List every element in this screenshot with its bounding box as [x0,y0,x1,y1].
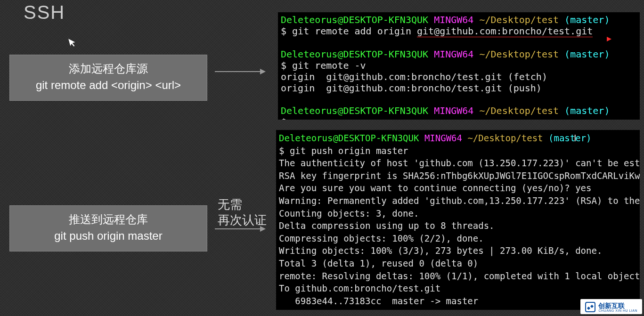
term-line: 6983e44..73183cc master -> master [279,296,478,306]
term-underlined-url: git@github.com:broncho/test.git [417,25,593,37]
term-path: ~/Desktop/test [467,133,543,143]
watermark-en: CHUANG XIN HU LIAN [598,309,637,312]
term-path: ~/Desktop/test [479,49,559,60]
term-line: Total 3 (delta 1), reused 0 (delta 0) [279,258,478,268]
term-path: ~/Desktop/test [479,14,559,25]
term-branch: (master) [564,105,610,116]
term-line: Writing objects: 100% (3/3), 273 bytes |… [279,245,602,256]
terminal-top: Deleteorus@DESKTOP-KFN3QUK MINGW64 ~/Des… [278,12,640,120]
term-user: Deleteorus@DESKTOP-KFN3QUK [279,133,419,143]
term-line: $ git remote add origin git@github.com:b… [281,25,593,37]
term-env: MINGW64 [434,49,473,60]
text-cursor-icon: I [574,133,577,144]
watermark-cn: 创新互联 [598,302,637,309]
term-user: Deleteorus@DESKTOP-KFN3QUK [281,105,428,116]
term-line: Compressing objects: 100% (2/2), done. [279,233,484,243]
red-arrowhead-icon [607,37,611,41]
term-path: ~/Desktop/test [479,105,559,116]
box-push-title: 推送到远程仓库 [15,211,202,228]
term-branch: (master) [564,49,610,60]
mouse-cursor-icon [68,37,78,50]
watermark: 创新互联 CHUANG XIN HU LIAN [580,299,642,314]
box-add-remote-title: 添加远程仓库源 [15,61,202,77]
term-line: The authenticity of host 'github.com (13… [279,158,640,168]
arrow-right-icon [215,68,267,75]
term-branch: (master) [548,133,592,143]
term-user: Deleteorus@DESKTOP-KFN3QUK [281,14,428,25]
side-label: 无需 再次认证 [218,197,267,227]
box-add-remote: 添加远程仓库源 git remote add <origin> <url> [9,55,207,101]
term-line: $ git remote -v [281,60,366,71]
term-line: RSA key fingerprint is SHA256:nThbg6kXUp… [279,170,640,181]
term-line: $ [281,116,292,120]
box-add-remote-cmd: git remote add <origin> <url> [15,77,202,94]
page-title: SSH [24,2,65,23]
terminal-bottom: Deleteorus@DESKTOP-KFN3QUK MINGW64 ~/Des… [276,130,640,310]
term-env: MINGW64 [424,133,462,143]
svg-marker-1 [260,69,266,74]
arrow-right-icon [215,225,267,233]
term-line: Warning: Permanently added 'github.com,1… [279,195,640,206]
term-env: MINGW64 [434,105,473,116]
term-user: Deleteorus@DESKTOP-KFN3QUK [281,49,428,60]
term-branch: (master) [564,14,610,25]
term-line: Delta compression using up to 8 threads. [279,220,495,231]
term-line: To github.com:broncho/test.git [279,283,440,293]
svg-marker-3 [260,226,266,232]
term-line: Counting objects: 3, done. [279,208,419,219]
term-line: $ git push origin master [279,146,408,156]
term-line: origin git@github.com:broncho/test.git (… [281,82,542,94]
term-env: MINGW64 [434,14,473,25]
term-line: Are you sure you want to continue connec… [279,183,591,193]
side-label-line1: 无需 [218,197,267,212]
box-push-cmd: git push origin master [15,228,202,244]
term-line: origin git@github.com:broncho/test.git (… [281,71,547,82]
term-line: remote: Resolving deltas: 100% (1/1), co… [279,271,640,281]
box-push: 推送到远程仓库 git push origin master [9,205,207,251]
watermark-logo-icon [585,302,595,312]
